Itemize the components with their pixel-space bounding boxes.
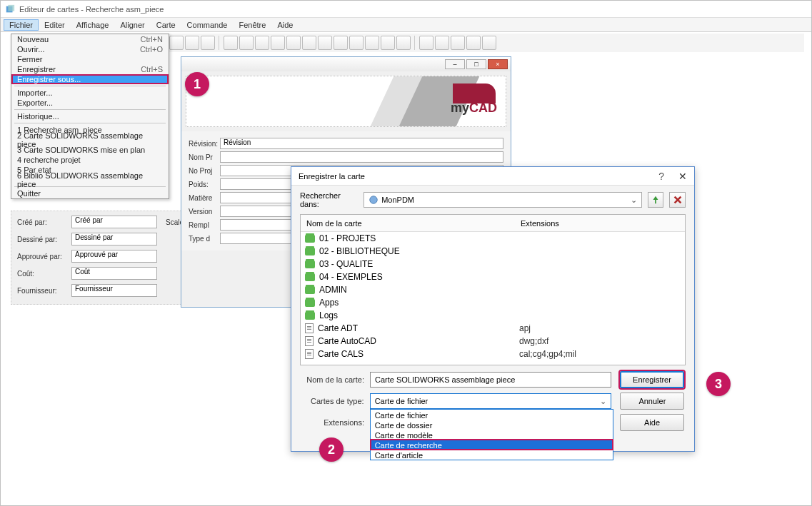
toolbar-button[interactable] bbox=[349, 36, 364, 50]
close-button[interactable]: × bbox=[488, 59, 508, 69]
menu-fichier[interactable]: Fichier bbox=[4, 19, 39, 31]
callout-3: 3 bbox=[706, 372, 731, 396]
menu-carte[interactable]: Carte bbox=[151, 19, 181, 31]
toolbar-button[interactable] bbox=[271, 36, 285, 50]
type-option[interactable]: Carte de fichier bbox=[371, 410, 613, 420]
list-item[interactable]: Carte AutoCADdwg;dxf bbox=[301, 335, 685, 348]
folder-icon bbox=[305, 273, 315, 281]
toolbar-button[interactable] bbox=[255, 36, 269, 50]
toolbar-button[interactable] bbox=[239, 36, 254, 50]
toolbar-button[interactable] bbox=[396, 36, 411, 50]
folder-icon bbox=[305, 312, 315, 320]
save-as-dialog: Enregistrer la carte ? ✕ Rechercher dans… bbox=[291, 166, 695, 452]
toolbar-button[interactable] bbox=[435, 36, 449, 50]
app-titlebar: Editeur de cartes - Recherche asm_piece bbox=[1, 1, 811, 18]
toolbar-button[interactable] bbox=[482, 36, 496, 50]
menu-aide[interactable]: Aide bbox=[271, 19, 299, 31]
callout-2: 2 bbox=[319, 437, 344, 462]
file-menu-item[interactable]: Ouvrir...Ctrl+O bbox=[11, 44, 169, 54]
file-menu-item[interactable]: 2 Carte SOLIDWORKS assemblage piece bbox=[11, 135, 169, 145]
file-menu-item[interactable]: Importer... bbox=[11, 88, 169, 98]
file-menu-item[interactable]: 4 recherche projet bbox=[11, 155, 169, 165]
toolbar-button[interactable] bbox=[365, 36, 379, 50]
col-name[interactable]: Nom de la carte bbox=[301, 219, 515, 228]
list-item[interactable]: 02 - BIBLIOTHEQUE bbox=[301, 245, 685, 258]
card-field[interactable]: Révision bbox=[220, 138, 503, 149]
save-button[interactable]: Enregistrer bbox=[620, 371, 684, 388]
file-menu-item[interactable]: 3 Carte SOLIDWORKS mise en plan bbox=[11, 145, 169, 155]
dialog-title: Enregistrer la carte bbox=[299, 172, 365, 181]
col-ext[interactable]: Extensions bbox=[515, 219, 685, 228]
toolbar-button[interactable] bbox=[381, 36, 395, 50]
toolbar-separator bbox=[219, 36, 220, 50]
list-item[interactable]: 03 - QUALITE bbox=[301, 258, 685, 270]
name-input[interactable]: Carte SOLIDWORKS assemblage piece bbox=[370, 372, 611, 388]
list-item[interactable]: Carte CALScal;cg4;gp4;mil bbox=[301, 348, 685, 360]
form-field[interactable]: Dessiné par bbox=[71, 233, 157, 246]
file-menu-item[interactable]: Fermer bbox=[11, 54, 169, 64]
list-item[interactable]: 01 - PROJETS bbox=[301, 232, 685, 245]
list-item[interactable]: Logs bbox=[301, 309, 685, 322]
toolbar-button[interactable] bbox=[302, 36, 316, 50]
list-rows[interactable]: 01 - PROJETS02 - BIBLIOTHEQUE03 - QUALIT… bbox=[301, 232, 685, 365]
list-header[interactable]: Nom de la carte Extensions bbox=[301, 215, 685, 232]
card-field[interactable] bbox=[220, 151, 503, 163]
form-field[interactable]: Créé par bbox=[71, 216, 157, 228]
ext-label: Extensions: bbox=[300, 418, 370, 427]
chevron-down-icon: ⌄ bbox=[600, 397, 606, 406]
form-field[interactable]: Approuvé par bbox=[71, 250, 157, 263]
type-option[interactable]: Carte d'article bbox=[371, 450, 613, 460]
type-value: Carte de fichier bbox=[375, 397, 428, 405]
folder-icon bbox=[305, 260, 315, 268]
cancel-button[interactable]: Annuler bbox=[620, 393, 684, 410]
folder-icon bbox=[305, 286, 315, 294]
delete-button[interactable] bbox=[669, 192, 686, 208]
toolbar-button[interactable] bbox=[466, 36, 481, 50]
menu-fenetre[interactable]: Fenêtre bbox=[233, 19, 271, 31]
type-option[interactable]: Carte de dossier bbox=[371, 420, 613, 430]
file-menu-item[interactable]: Enregistrer sous... bbox=[11, 74, 169, 84]
list-item[interactable]: 04 - EXEMPLES bbox=[301, 270, 685, 283]
maximize-button[interactable]: □ bbox=[466, 59, 486, 69]
up-folder-button[interactable] bbox=[648, 192, 664, 208]
type-combo[interactable]: Carte de fichier ⌄ Carte de fichierCarte… bbox=[370, 393, 612, 409]
menu-aligner[interactable]: Aligner bbox=[114, 19, 150, 31]
toolbar-button[interactable] bbox=[201, 36, 215, 50]
list-item[interactable]: Carte ADTapj bbox=[301, 322, 685, 335]
menu-affichage[interactable]: Affichage bbox=[71, 19, 115, 31]
file-menu-item[interactable]: Exporter... bbox=[11, 98, 169, 108]
form-field[interactable]: Fournisseur bbox=[71, 284, 157, 297]
menu-editer[interactable]: Editer bbox=[39, 19, 71, 31]
help-icon[interactable]: ? bbox=[658, 171, 664, 182]
menubar: Fichier Editer Affichage Aligner Carte C… bbox=[1, 18, 811, 32]
close-icon[interactable]: ✕ bbox=[678, 171, 687, 182]
file-menu-item[interactable]: EnregistrerCtrl+S bbox=[11, 64, 169, 74]
toolbar-button[interactable] bbox=[185, 36, 199, 50]
toolbar-button[interactable] bbox=[169, 36, 184, 50]
file-menu-item[interactable]: Historique... bbox=[11, 111, 169, 121]
name-label: Nom de la carte: bbox=[300, 375, 370, 384]
form-field[interactable]: Coût bbox=[71, 267, 157, 280]
toolbar-button[interactable] bbox=[419, 36, 433, 50]
menu-commande[interactable]: Commande bbox=[181, 19, 234, 31]
file-menu-item[interactable]: Quitter bbox=[11, 188, 169, 198]
list-item[interactable]: ADMIN bbox=[301, 283, 685, 296]
file-menu-item[interactable]: 6 Biblio SOLIDWORKS assemblage piece bbox=[11, 175, 169, 185]
minimize-button[interactable]: – bbox=[445, 59, 465, 69]
toolbar-button[interactable] bbox=[318, 36, 332, 50]
child-window-titlebar[interactable]: – □ × bbox=[181, 57, 511, 71]
toolbar-button[interactable] bbox=[334, 36, 348, 50]
list-item[interactable]: Apps bbox=[301, 296, 685, 309]
logo-text: my bbox=[451, 101, 469, 115]
file-menu-item[interactable]: NouveauCtrl+N bbox=[11, 34, 169, 44]
look-in-combo[interactable]: MonPDM ⌄ bbox=[364, 192, 642, 208]
svg-rect-1 bbox=[8, 4, 14, 11]
toolbar-button[interactable] bbox=[451, 36, 465, 50]
toolbar-button[interactable] bbox=[224, 36, 238, 50]
dialog-titlebar[interactable]: Enregistrer la carte ? ✕ bbox=[291, 167, 694, 186]
type-option[interactable]: Carte de recherche bbox=[371, 440, 613, 450]
toolbar-button[interactable] bbox=[286, 36, 301, 50]
app-title: Editeur de cartes - Recherche asm_piece bbox=[19, 5, 164, 14]
type-option[interactable]: Carte de modèle bbox=[371, 430, 613, 440]
help-button[interactable]: Aide bbox=[620, 414, 684, 431]
